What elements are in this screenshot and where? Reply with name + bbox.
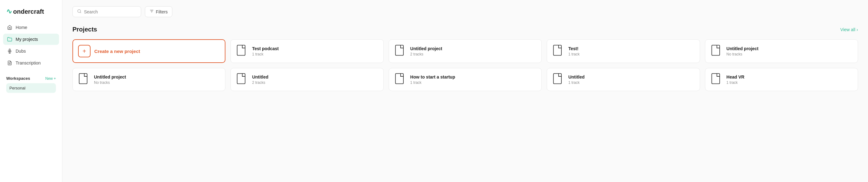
project-name: Untitled — [252, 74, 268, 79]
svg-rect-11 — [395, 45, 403, 56]
project-tracks: No tracks — [726, 52, 759, 57]
create-project-card[interactable]: + Create a new project — [72, 39, 225, 63]
project-doc-icon — [78, 73, 90, 86]
create-plus-icon: + — [78, 45, 91, 57]
search-area: Filters — [72, 6, 858, 17]
project-name: Test! — [568, 46, 580, 51]
svg-line-6 — [80, 12, 81, 13]
svg-rect-17 — [554, 74, 561, 84]
project-tracks: 1 track — [568, 80, 585, 85]
filters-label: Filters — [156, 9, 168, 14]
transcription-icon — [7, 60, 12, 66]
search-icon — [77, 9, 82, 14]
svg-rect-14 — [79, 74, 87, 84]
nav-list: Home My projects Dubs — [0, 22, 62, 69]
project-card-untitled-2t[interactable]: Untitled 2 tracks — [230, 68, 383, 91]
new-label: New — [45, 76, 53, 81]
svg-rect-10 — [237, 45, 245, 56]
project-doc-icon — [236, 45, 248, 57]
create-label: Create a new project — [94, 49, 140, 54]
projects-header: Projects View all › — [72, 26, 858, 33]
view-all-link[interactable]: View all › — [840, 27, 858, 32]
project-tracks: 1 track — [252, 52, 279, 57]
project-card-how-to-start[interactable]: How to start a startup 1 track — [389, 68, 542, 91]
project-tracks: 2 tracks — [252, 80, 268, 85]
project-card-head-vr[interactable]: Head VR 1 track — [705, 68, 858, 91]
projects-title: Projects — [72, 26, 97, 33]
project-card-untitled-2tracks[interactable]: Untitled project 2 tracks — [389, 39, 542, 63]
project-info: Untitled 1 track — [568, 74, 585, 85]
svg-rect-13 — [712, 45, 719, 56]
projects-grid-row-2: Untitled project No tracks Untitled 2 tr… — [72, 68, 858, 91]
sidebar: ∿ ondercraft Home My projects — [0, 0, 62, 182]
project-name: Untitled — [568, 74, 585, 79]
project-doc-icon — [394, 73, 406, 86]
project-doc-icon — [710, 45, 723, 57]
workspaces-section: Workspaces New + Personal — [0, 76, 62, 93]
folder-icon — [7, 36, 12, 42]
project-card-untitled-notracks-2[interactable]: Untitled project No tracks — [72, 68, 225, 91]
project-tracks: 1 track — [410, 80, 455, 85]
brand-name: ondercraft — [13, 8, 44, 15]
project-info: Untitled 2 tracks — [252, 74, 268, 85]
project-name: Test podcast — [252, 46, 279, 51]
main-content: Filters Projects View all › + Create a n… — [62, 0, 868, 182]
filters-button[interactable]: Filters — [145, 6, 172, 17]
project-name: Untitled project — [94, 74, 126, 79]
svg-rect-16 — [395, 74, 403, 84]
project-info: Untitled project 2 tracks — [410, 46, 442, 57]
sidebar-item-home[interactable]: Home — [3, 22, 59, 33]
project-name: Head VR — [726, 74, 745, 79]
svg-rect-12 — [554, 45, 561, 56]
sidebar-item-dubs-label: Dubs — [16, 49, 26, 53]
sidebar-item-home-label: Home — [16, 25, 27, 30]
project-name: Untitled project — [410, 46, 442, 51]
workspaces-header: Workspaces New + — [6, 76, 56, 81]
sidebar-item-dubs[interactable]: Dubs — [3, 45, 59, 57]
search-input[interactable] — [84, 9, 136, 14]
project-card-test-podcast[interactable]: Test podcast 1 track — [230, 39, 383, 63]
view-all-chevron: › — [857, 27, 858, 32]
sidebar-item-my-projects-label: My projects — [16, 37, 38, 42]
home-icon — [7, 25, 12, 30]
project-doc-icon — [394, 45, 406, 57]
project-card-test-exclaim[interactable]: Test! 1 track — [547, 39, 700, 63]
sidebar-item-transcription-label: Transcription — [16, 61, 40, 66]
personal-workspace-item[interactable]: Personal — [6, 83, 56, 93]
project-name: How to start a startup — [410, 74, 455, 79]
project-info: Test podcast 1 track — [252, 46, 279, 57]
logo[interactable]: ∿ ondercraft — [6, 7, 56, 15]
svg-rect-18 — [712, 74, 719, 84]
project-name: Untitled project — [726, 46, 759, 51]
project-tracks: No tracks — [94, 80, 126, 85]
project-card-untitled-notracks[interactable]: Untitled project No tracks — [705, 39, 858, 63]
sidebar-item-my-projects[interactable]: My projects — [3, 34, 59, 45]
projects-grid-row-1: + Create a new project Test podcast 1 tr… — [72, 39, 858, 63]
project-tracks: 2 tracks — [410, 52, 442, 57]
logo-area: ∿ ondercraft — [0, 5, 62, 22]
sidebar-item-transcription[interactable]: Transcription — [3, 57, 59, 69]
project-card-untitled-1t[interactable]: Untitled 1 track — [547, 68, 700, 91]
project-doc-icon — [710, 73, 723, 86]
plus-icon: + — [54, 76, 56, 81]
project-doc-icon — [236, 73, 248, 86]
project-tracks: 1 track — [568, 52, 580, 57]
project-info: Untitled project No tracks — [94, 74, 126, 85]
filters-icon — [150, 9, 154, 14]
project-info: Head VR 1 track — [726, 74, 745, 85]
logo-icon: ∿ — [6, 7, 12, 15]
project-tracks: 1 track — [726, 80, 745, 85]
workspaces-label: Workspaces — [6, 76, 30, 81]
project-info: Untitled project No tracks — [726, 46, 759, 57]
new-workspace-button[interactable]: New + — [45, 76, 56, 81]
project-info: How to start a startup 1 track — [410, 74, 455, 85]
personal-label: Personal — [9, 86, 25, 90]
view-all-label: View all — [840, 27, 855, 32]
project-info: Test! 1 track — [568, 46, 580, 57]
project-doc-icon — [552, 45, 564, 57]
mic-icon — [7, 48, 12, 54]
svg-rect-15 — [237, 74, 245, 84]
search-box[interactable] — [72, 6, 141, 17]
project-doc-icon — [552, 73, 564, 86]
